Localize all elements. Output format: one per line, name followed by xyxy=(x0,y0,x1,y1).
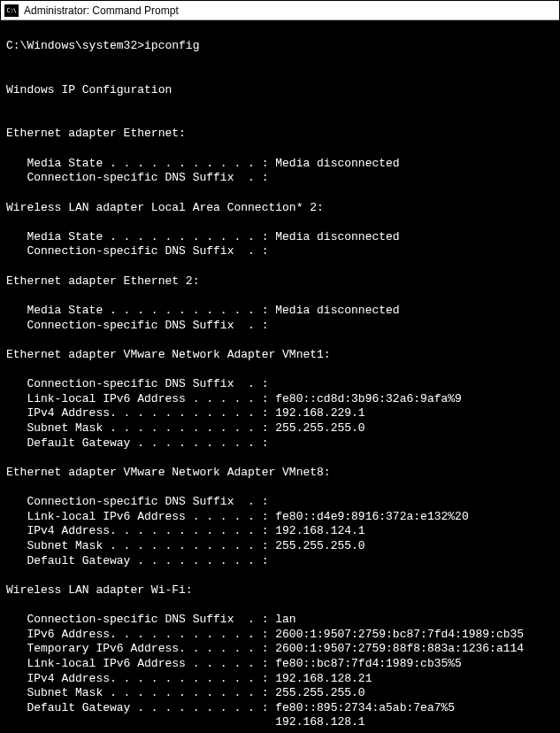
cmd-icon xyxy=(4,4,19,17)
prompt-path: C:\Windows\system32> xyxy=(6,39,144,52)
adapter-line: IPv4 Address. . . . . . . . . . . : 192.… xyxy=(6,524,365,537)
prompt-line: C:\Windows\system32>ipconfig xyxy=(6,39,554,54)
adapter-line: Media State . . . . . . . . . . . : Medi… xyxy=(6,304,400,317)
window-titlebar[interactable]: Administrator: Command Prompt xyxy=(1,1,559,20)
adapter-line: Media State . . . . . . . . . . . : Medi… xyxy=(6,230,400,243)
adapter-line: 192.168.128.1 xyxy=(6,715,365,729)
terminal-output[interactable]: C:\Windows\system32>ipconfig Windows IP … xyxy=(1,20,559,732)
blank-line xyxy=(6,97,13,111)
adapters-list: Ethernet adapter Ethernet: Media State .… xyxy=(6,112,554,732)
adapter-name: Wireless LAN adapter Wi-Fi: xyxy=(6,583,193,597)
adapter-line: Media State . . . . . . . . . . . : Medi… xyxy=(6,157,400,170)
adapter-line: Link-local IPv6 Address . . . . . : fe80… xyxy=(6,510,469,523)
adapter-line: Subnet Mask . . . . . . . . . . . : 255.… xyxy=(6,686,365,699)
adapter-line: Connection-specific DNS Suffix . : xyxy=(6,377,268,390)
window-title: Administrator: Command Prompt xyxy=(24,4,179,17)
adapter-line: Connection-specific DNS Suffix . : xyxy=(6,319,268,332)
adapter-name: Ethernet adapter VMware Network Adapter … xyxy=(6,348,331,361)
config-header: Windows IP Configuration xyxy=(6,83,172,96)
adapter-line: Subnet Mask . . . . . . . . . . . : 255.… xyxy=(6,421,365,435)
adapter-line: Connection-specific DNS Suffix . : lan xyxy=(6,613,296,626)
prompt-command: ipconfig xyxy=(144,39,199,52)
adapter-name: Ethernet adapter Ethernet 2: xyxy=(6,274,199,288)
adapter-line: IPv4 Address. . . . . . . . . . . : 192.… xyxy=(6,406,365,420)
adapter-line: Connection-specific DNS Suffix . : xyxy=(6,244,268,258)
adapter-line: Connection-specific DNS Suffix . : xyxy=(6,171,268,184)
adapter-line: Link-local IPv6 Address . . . . . : fe80… xyxy=(6,657,462,670)
adapter-name: Ethernet adapter VMware Network Adapter … xyxy=(6,466,331,479)
adapter-line: Default Gateway . . . . . . . . . : xyxy=(6,554,268,567)
adapter-name: Ethernet adapter Ethernet: xyxy=(6,127,186,140)
adapter-line: Subnet Mask . . . . . . . . . . . : 255.… xyxy=(6,539,365,552)
adapter-line: IPv4 Address. . . . . . . . . . . : 192.… xyxy=(6,672,372,685)
adapter-line: Temporary IPv6 Address. . . . . . : 2600… xyxy=(6,642,524,655)
adapter-line: IPv6 Address. . . . . . . . . . . : 2600… xyxy=(6,628,524,641)
adapter-line: Default Gateway . . . . . . . . . : xyxy=(6,436,268,450)
adapter-name: Wireless LAN adapter Local Area Connecti… xyxy=(6,201,324,214)
adapter-line: Link-local IPv6 Address . . . . . : fe80… xyxy=(6,392,462,405)
adapter-line: Connection-specific DNS Suffix . : xyxy=(6,495,268,508)
adapter-line: Default Gateway . . . . . . . . . : fe80… xyxy=(6,701,455,714)
blank-line xyxy=(6,68,13,81)
